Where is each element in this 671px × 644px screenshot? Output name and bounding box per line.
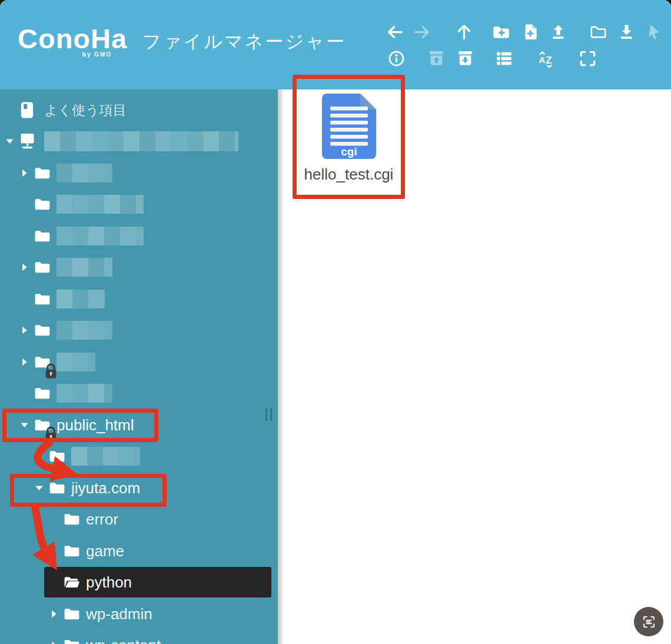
caret-down-icon[interactable] — [5, 137, 15, 147]
caret-down-icon[interactable] — [34, 483, 44, 493]
caret-right-icon[interactable] — [34, 452, 44, 462]
compress-archive-button[interactable] — [456, 49, 474, 68]
tree-item-redacted[interactable] — [0, 126, 278, 158]
conoha-logo: ConoHa by GMO — [18, 25, 127, 52]
back-button[interactable] — [386, 22, 404, 41]
extract-archive-button — [427, 49, 446, 68]
up-directory-button[interactable] — [454, 22, 473, 41]
sidebar-resize-handle[interactable] — [265, 409, 272, 421]
file-manager-window: ConoHa by GMO ファイルマネージャー AZ よく使う項目public… — [0, 0, 671, 644]
lock-icon — [43, 425, 59, 443]
redacted-label — [57, 195, 144, 214]
tree-item-label: よく使う項目 — [44, 101, 127, 119]
folder-icon — [49, 449, 65, 463]
svg-text:A: A — [539, 55, 545, 65]
folder-icon — [64, 512, 80, 526]
logo-text: ConoHa — [18, 23, 127, 54]
header: ConoHa by GMO ファイルマネージャー AZ — [0, 0, 671, 89]
file-extension-badge: cgi — [341, 145, 357, 158]
tree-item-label: error — [86, 510, 118, 529]
file-cgi-icon: cgi — [321, 93, 377, 160]
tree-item-label: python — [86, 573, 132, 592]
folder-icon — [34, 323, 51, 337]
tree-item-wp-admin[interactable]: wp-admin — [0, 598, 278, 630]
scan-text-icon — [641, 614, 657, 630]
upload-icon — [549, 23, 567, 41]
redacted-label — [71, 447, 140, 466]
tree-item-wp-content[interactable]: wp-content — [0, 630, 278, 644]
folder-open-icon — [64, 575, 81, 589]
forward-button — [412, 22, 431, 41]
folder-icon — [34, 260, 51, 274]
caret-right-icon[interactable] — [49, 640, 59, 644]
caret-right-icon[interactable] — [19, 357, 29, 367]
redacted-label — [44, 131, 238, 151]
tree-item-label: public_html — [57, 416, 134, 434]
tree-item-redacted[interactable] — [0, 189, 278, 221]
caret-right-icon[interactable] — [49, 609, 59, 619]
new-folder-button[interactable] — [491, 22, 510, 41]
tree-item-jiyutacom[interactable]: jiyuta.com — [0, 472, 278, 504]
redacted-label — [57, 384, 112, 403]
folder-icon — [64, 638, 80, 644]
tree-item-favorites[interactable]: よく使う項目 — [0, 94, 278, 126]
upload-button[interactable] — [549, 22, 567, 41]
archive-up-icon — [427, 49, 446, 68]
file-tile-hello-test-cgi[interactable]: cgi hello_test.cgi — [294, 89, 403, 184]
tree-item-redacted[interactable] — [0, 220, 278, 252]
server-icon — [19, 132, 35, 151]
list-view-button[interactable] — [494, 49, 513, 68]
download-button[interactable] — [617, 22, 636, 41]
redacted-label — [57, 353, 95, 371]
archive-down-icon — [456, 49, 474, 68]
caret-right-icon[interactable] — [19, 168, 29, 178]
folder-icon — [34, 197, 51, 211]
folder-outline-icon — [589, 23, 607, 41]
lock-icon — [43, 362, 59, 380]
folder-icon — [34, 386, 51, 400]
folder-icon — [34, 229, 51, 243]
arrow-up-icon — [455, 23, 473, 41]
tree-item-python[interactable]: python — [0, 567, 278, 599]
redacted-label — [57, 290, 105, 308]
brand: ConoHa by GMO ファイルマネージャー — [18, 25, 346, 54]
app-title: ファイルマネージャー — [142, 29, 346, 54]
tree-item-redacted[interactable] — [0, 283, 278, 315]
arrow-right-icon — [413, 23, 431, 41]
folder-icon — [34, 292, 51, 306]
caret-right-icon[interactable] — [19, 263, 29, 273]
open-folder-button[interactable] — [589, 22, 607, 41]
new-file-button[interactable] — [521, 22, 540, 41]
folder-icon — [34, 166, 51, 180]
arrow-left-icon — [386, 23, 404, 41]
folder-icon — [64, 607, 80, 621]
redacted-label — [57, 258, 112, 277]
sort-alphabetical-button[interactable]: AZ — [536, 49, 555, 68]
caret-right-icon[interactable] — [19, 326, 29, 336]
file-name-label: hello_test.cgi — [294, 165, 403, 184]
caret-down-icon[interactable] — [19, 420, 29, 430]
tree-item-redacted[interactable] — [0, 252, 278, 284]
tree-item-label: wp-admin — [86, 605, 152, 623]
info-button[interactable] — [387, 49, 406, 68]
folder-plus-icon — [492, 23, 510, 41]
tree-item-error[interactable]: error — [0, 504, 278, 536]
fullscreen-button[interactable] — [578, 49, 597, 68]
download-icon — [617, 23, 636, 41]
folder-icon — [64, 544, 80, 558]
tree-item-redacted[interactable] — [0, 378, 278, 410]
tree-item-redacted[interactable] — [0, 441, 278, 473]
tree-item-redacted[interactable] — [0, 346, 278, 378]
tree-item-redacted[interactable] — [0, 157, 278, 189]
tree-item-public_html[interactable]: public_html — [0, 409, 278, 441]
redacted-label — [57, 164, 112, 182]
tree-item-game[interactable]: game — [0, 535, 278, 567]
sidebar-folder-tree: よく使う項目public_htmljiyuta.comerrorgamepyth… — [0, 89, 278, 644]
toolbar-secondary: AZ — [387, 49, 597, 68]
toolbar-primary — [386, 22, 664, 41]
tree-item-redacted[interactable] — [0, 315, 278, 347]
scan-button[interactable] — [634, 607, 663, 636]
info-circle-icon — [387, 49, 406, 68]
svg-text:Z: Z — [545, 54, 552, 66]
folder-icon — [49, 481, 65, 495]
